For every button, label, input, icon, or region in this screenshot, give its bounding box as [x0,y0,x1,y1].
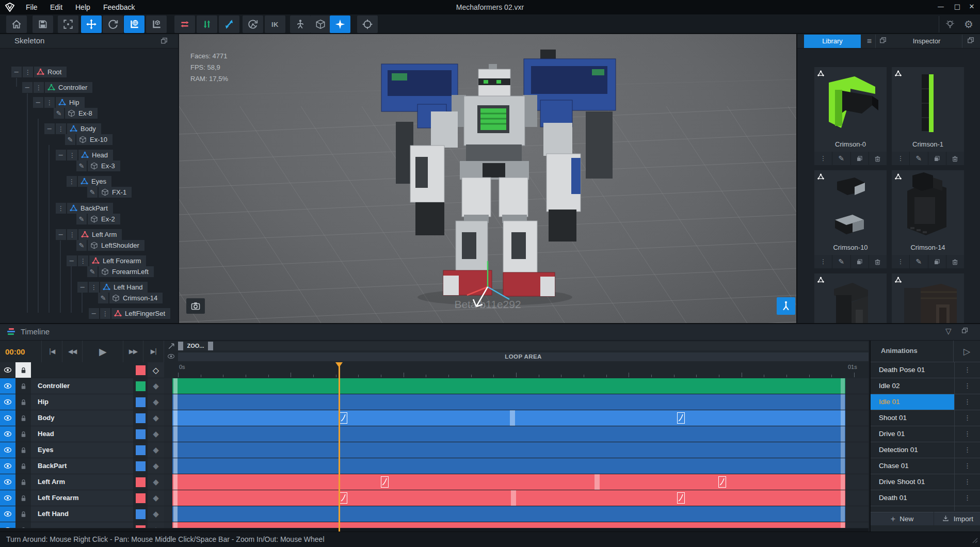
track-bar-area[interactable] [164,458,869,474]
track-name[interactable]: Body [31,410,133,426]
track-bar-area[interactable] [164,474,869,490]
scale-keys-icon[interactable] [167,342,175,350]
animation-item-drive-shoot-01[interactable]: Drive Shoot 01 ⋮ [871,474,980,490]
edit-mesh-icon[interactable]: ✎ [76,240,87,251]
item-menu-button[interactable]: ⋮ [892,152,910,165]
track-lock-toggle[interactable] [15,474,31,490]
mirror-x-button[interactable] [174,15,195,33]
tree-node-body[interactable]: −⋮Body [44,123,101,134]
track-bar-area[interactable] [164,410,869,426]
skip-end-button[interactable]: ▶| [143,341,164,362]
track-bar-area[interactable] [164,394,869,410]
popout-icon[interactable] [961,327,969,336]
tree-node-backpart[interactable]: ⋮BackPart [56,203,113,214]
playhead[interactable] [339,363,340,532]
mirror-z-button[interactable] [219,15,239,33]
tree-node-root[interactable]: −⋮Root [11,67,67,77]
animation-menu-button[interactable]: ⋮ [954,458,980,474]
animation-menu-button[interactable]: ⋮ [954,442,980,458]
item-delete-button[interactable] [946,255,964,268]
track-visibility-toggle[interactable] [0,506,15,522]
item-edit-button[interactable]: ✎ [910,152,928,165]
node-chip[interactable]: Left Hand [100,282,148,293]
collapse-icon[interactable]: − [22,82,33,93]
maximize-button[interactable]: □ [950,0,965,14]
track-keyframe-toggle[interactable]: ◆ [148,394,164,410]
animation-item-shoot-01[interactable]: Shoot 01 ⋮ [871,410,980,426]
home-button[interactable] [6,15,27,33]
track-bar-area[interactable] [164,442,869,458]
drag-handle-icon[interactable]: ⋮ [23,67,33,77]
collapse-icon[interactable]: − [33,97,43,108]
track-color-swatch[interactable] [133,522,148,528]
edit-mesh-icon[interactable]: ✎ [76,160,87,171]
track-keyframe-toggle[interactable]: ◇ [148,362,164,378]
tree-mesh-ex-3[interactable]: ✎Ex-3 [76,160,120,171]
track-visibility-toggle[interactable] [0,522,15,528]
library-item-preview[interactable] [814,170,887,243]
animation-menu-button[interactable]: ⋮ [954,362,980,378]
drag-handle-icon[interactable]: ⋮ [67,229,77,240]
track-keyframe-toggle[interactable]: ◆ [148,506,164,522]
track-visibility-toggle[interactable] [0,426,15,442]
library-item-row2-0[interactable] [814,274,887,323]
orbit-button[interactable] [103,15,123,33]
track-bar-area[interactable] [164,506,869,522]
easing-keyframe[interactable] [340,492,347,504]
skeleton-view-button[interactable] [290,15,311,33]
animation-item-death-pose-01[interactable]: Death Pose 01 ⋮ [871,362,980,378]
track-bar-area[interactable] [164,522,869,528]
collapse-icon[interactable]: − [44,123,55,134]
item-delete-button[interactable] [946,152,964,165]
animation-menu-button[interactable]: ⋮ [954,378,980,394]
node-chip[interactable]: Left Forearm [89,255,146,266]
mesh-chip[interactable]: FX-1 [99,187,132,198]
drag-handle-icon[interactable]: ⋮ [89,282,99,293]
mesh-chip[interactable]: LeftShoulder [88,240,144,251]
target-button[interactable] [357,15,378,33]
animation-name[interactable]: Death 01 [871,490,953,506]
track-color-swatch[interactable] [133,362,148,378]
item-edit-button[interactable]: ✎ [910,255,928,268]
node-chip[interactable]: Head [78,150,113,160]
mesh-chip[interactable]: Ex-8 [65,108,98,119]
track-lock-toggle[interactable] [15,394,31,410]
library-item-Crimson-14[interactable]: Crimson-14 ⋮ ✎ [892,170,964,268]
animation-item-partial[interactable] [871,506,980,511]
popout-icon[interactable] [160,37,168,47]
mesh-chip[interactable]: Crimson-14 [109,293,163,303]
item-delete-button[interactable] [869,255,887,268]
track-visibility-toggle[interactable] [0,394,15,410]
filter-icon[interactable]: ▽ [945,327,952,336]
track-color-swatch[interactable] [133,506,148,522]
track-keyframe-toggle[interactable]: ◆ [148,442,164,458]
track-lock-toggle[interactable] [15,458,31,474]
track-lock-toggle[interactable] [15,442,31,458]
track-name[interactable]: Left Hand [31,506,133,522]
cube-view-button[interactable] [310,15,331,33]
zoom-handle-left[interactable] [178,342,183,350]
node-chip[interactable]: Eyes [78,176,111,187]
track-name[interactable] [31,362,133,378]
animation-menu-button[interactable]: ⋮ [954,426,980,442]
new-animation-button[interactable]: + New [871,512,934,525]
library-item-preview[interactable] [892,170,964,243]
edit-mesh-icon[interactable]: ✎ [65,134,75,145]
import-animation-button[interactable]: Import [934,512,980,525]
library-item-preview[interactable] [892,67,964,139]
node-chip[interactable]: Body [67,123,101,134]
track-lock-toggle[interactable] [15,522,31,528]
drag-handle-icon[interactable]: ⋮ [100,308,110,319]
play-animation-button[interactable]: ▷ [953,341,980,362]
track-bar[interactable] [172,522,845,528]
track-bar[interactable] [172,442,845,458]
tree-node-left-arm[interactable]: −⋮Left Arm [56,229,122,240]
animation-name[interactable]: Drive Shoot 01 [871,474,953,490]
library-menu-icon[interactable]: ≡ [863,35,876,48]
track-bar[interactable] [172,458,845,474]
mesh-chip[interactable]: Ex-2 [88,214,120,224]
item-menu-button[interactable]: ⋮ [814,152,832,165]
track-lock-toggle[interactable] [15,410,31,426]
edit-mesh-icon[interactable]: ✎ [54,108,64,119]
track-keyframe-toggle[interactable]: ◆ [148,410,164,426]
